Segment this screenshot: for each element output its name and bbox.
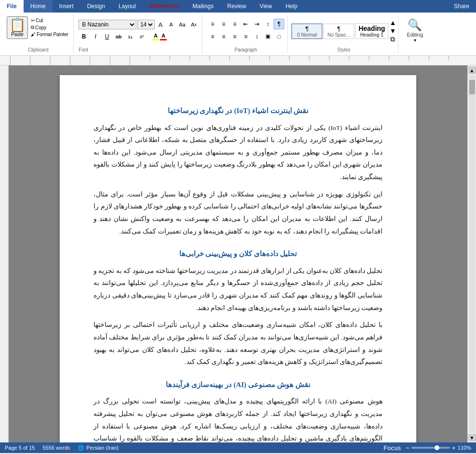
paste-icon: 📋 [9, 18, 26, 32]
strikethrough-button[interactable]: ab [113, 31, 124, 42]
align-right-button[interactable]: ≡ [229, 31, 240, 42]
sort-button[interactable]: ↕ [263, 19, 273, 29]
scroll-right: ▲ ▼ [467, 65, 476, 442]
paste-button[interactable]: 📋 Paste [7, 16, 28, 39]
tab-view[interactable]: View [253, 0, 279, 13]
scroll-down-button[interactable]: ▼ [468, 434, 476, 441]
scroll-track[interactable] [469, 75, 476, 433]
align-center-button[interactable]: ≡ [218, 31, 229, 42]
paragraph-1-2: این تکنولوژی بهویژه در شناسایی و پیش‌بین… [93, 188, 383, 238]
font-shrink-button[interactable]: A [166, 20, 176, 29]
editing-arrow: ▾ [407, 38, 423, 43]
style-h1-preview: Heading [358, 25, 385, 32]
ribbon-tabs: File Home Insert Design Layout Reference… [0, 0, 476, 13]
tab-file[interactable]: File [0, 0, 24, 13]
multilevel-list-button[interactable]: ≡ [229, 19, 240, 29]
zoom-thumb [435, 445, 439, 450]
toolbar: 📋 Paste ✂ Cut ⧉ Copy 🖌 Format Painter Cl… [0, 13, 476, 56]
style-heading1[interactable]: Heading Heading 1 [355, 23, 388, 39]
word-count: 5556 words [42, 445, 70, 451]
page: نقش اینترنت اشیاء (IoT) در نگهداری زیرسا… [60, 75, 416, 442]
change-case-button[interactable]: Aа [177, 19, 187, 30]
underline-button[interactable]: U [102, 31, 112, 42]
font-color-button[interactable]: A [160, 33, 167, 40]
styles-more-button[interactable]: ⧉ [389, 35, 396, 43]
superscript-button[interactable]: x² [136, 31, 147, 42]
zoom-slider[interactable] [411, 447, 450, 449]
style-h1-label: Heading 1 [360, 32, 383, 38]
para-row1: ≡ ≡ ≡ ⇤ ⇥ ↕ ¶ [207, 19, 284, 29]
subscript-button[interactable]: x₂ [125, 31, 135, 42]
cut-icon: ✂ [31, 18, 35, 23]
font-size-select[interactable]: 14 [137, 20, 155, 29]
document-scroll-area[interactable]: نقش اینترنت اشیاء (IoT) در نگهداری زیرسا… [9, 65, 467, 442]
highlight-button[interactable]: A [152, 33, 159, 40]
font-name-select[interactable]: B Nazanin [79, 20, 136, 29]
tab-mailings[interactable]: Mailings [185, 0, 220, 13]
tab-review[interactable]: Review [220, 0, 252, 13]
font-row1: B Nazanin 14 A A Aа Ax [79, 19, 199, 30]
tab-help[interactable]: Help [279, 0, 304, 13]
italic-button[interactable]: I [90, 31, 101, 42]
line-spacing-button[interactable]: ↕ [251, 31, 262, 42]
align-left-button[interactable]: ≡ [207, 31, 218, 42]
styles-up-button[interactable]: ▲ [389, 19, 396, 26]
paragraph-2-2: با تحلیل داده‌های کلان، امکان شبیه‌سازی … [93, 319, 383, 368]
font-group: B Nazanin 14 A A Aа Ax B I U ab x₂ x² A … [76, 14, 202, 53]
ruler: | | | | | | | | | | | | | | | | | | | | … [0, 56, 476, 65]
justify-button[interactable]: ≡ [240, 31, 251, 42]
style-no-space[interactable]: ¶ No Spac... [323, 24, 354, 39]
heading-3: نقش هوش مصنوعی (AI) در بهینه‌سازی فرآیند… [93, 378, 383, 392]
page-info: Page 5 of 15 [5, 445, 35, 451]
editing-label: Editing [407, 32, 423, 38]
copy-icon: ⧉ [31, 25, 34, 30]
paste-label: Paste [11, 32, 24, 37]
left-margin [0, 65, 9, 442]
tab-insert[interactable]: Insert [53, 0, 80, 13]
zoom-level: 110% [458, 445, 471, 451]
copy-button[interactable]: ⧉ Copy [30, 24, 69, 31]
font-color-bar [160, 39, 167, 40]
focus-button[interactable]: Focus [383, 444, 401, 452]
tab-design[interactable]: Design [80, 0, 112, 13]
style-nospace-preview: ¶ [337, 25, 341, 32]
bullets-button[interactable]: ≡ [207, 19, 218, 29]
tab-home[interactable]: Home [24, 0, 53, 13]
paragraph-1-1: اینترنت اشیاء (IoT) یکی از تحولات کلیدی … [93, 122, 383, 183]
numbering-button[interactable]: ≡ [218, 19, 229, 29]
style-normal[interactable]: ¶ 0 Normal [291, 24, 322, 39]
share-button[interactable]: Share [447, 0, 476, 13]
styles-down-button[interactable]: ▼ [389, 27, 396, 35]
style-nospace-label: No Spac... [328, 32, 350, 38]
para-row2: ≡ ≡ ≡ ≡ ↕ ▣ □ [207, 31, 284, 42]
editing-group: 🔍 Editing ▾ [400, 14, 429, 53]
highlight-color-bar [152, 39, 159, 40]
clear-format-button[interactable]: Ax [188, 19, 199, 30]
zoom-bar: − + 110% [406, 444, 471, 452]
shading-button[interactable]: ▣ [263, 31, 273, 42]
tab-layout[interactable]: Layout [112, 0, 143, 13]
editing-icon-area: 🔍 Editing ▾ [407, 18, 423, 43]
style-normal-preview: ¶ [305, 25, 309, 32]
zoom-out-button[interactable]: − [406, 444, 410, 452]
clipboard-group: 📋 Paste ✂ Cut ⧉ Copy 🖌 Format Painter Cl… [3, 14, 74, 53]
styles-group: ¶ 0 Normal ¶ No Spac... Heading Heading … [290, 14, 398, 53]
zoom-in-button[interactable]: + [452, 444, 456, 452]
decrease-indent-button[interactable]: ⇤ [240, 19, 251, 29]
format-painter-button[interactable]: 🖌 Format Painter [30, 31, 69, 38]
clipboard-sub: ✂ Cut ⧉ Copy 🖌 Format Painter [30, 17, 69, 38]
editing-icon: 🔍 [407, 18, 423, 32]
paragraph-3-1: هوش مصنوعی (AI) با ارائه الگوریتمهای پیچ… [93, 395, 383, 442]
increase-indent-button[interactable]: ⇥ [251, 19, 262, 29]
font-grow-button[interactable]: A [156, 20, 165, 29]
borders-button[interactable]: □ [274, 31, 284, 42]
tab-references[interactable]: References [143, 0, 185, 13]
show-marks-button[interactable]: ¶ [274, 19, 284, 29]
scroll-thumb[interactable] [469, 80, 475, 94]
cut-button[interactable]: ✂ Cut [30, 17, 69, 24]
ruler-marks: | | | | | | | | | | | | | | | | | | | | … [10, 56, 466, 65]
language-icon: 🌐 [78, 445, 84, 451]
bold-button[interactable]: B [79, 31, 89, 42]
scroll-up-button[interactable]: ▲ [468, 66, 476, 74]
font-row2: B I U ab x₂ x² A A [79, 31, 167, 42]
